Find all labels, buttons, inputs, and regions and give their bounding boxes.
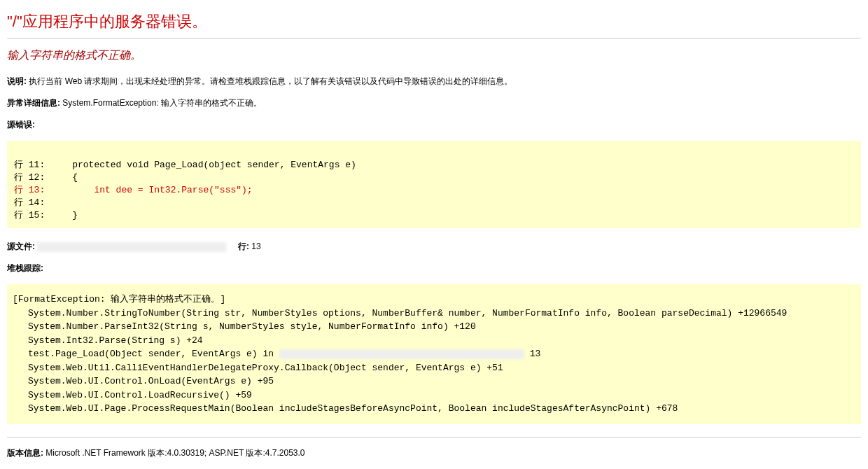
version-text: Microsoft .NET Framework 版本:4.0.30319; A… [43,448,305,458]
stack-line-4b: 13 [524,349,540,359]
redacted-stack-path [279,349,524,359]
source-error-label-line: 源错误: [7,119,861,131]
stack-line-7: System.Web.UI.Control.LoadRecursive() +5… [13,388,855,402]
source-error-label: 源错误: [7,120,35,130]
stack-line-6: System.Web.UI.Control.OnLoad(EventArgs e… [13,374,855,388]
stack-line-2: System.Number.ParseInt32(String s, Numbe… [13,320,855,334]
version-line: 版本信息: Microsoft .NET Framework 版本:4.0.30… [7,447,861,459]
exception-line: 异常详细信息: System.FormatException: 输入字符串的格式… [7,97,861,109]
description-line: 说明: 执行当前 Web 请求期间，出现未经处理的异常。请检查堆栈跟踪信息，以了… [7,76,861,88]
source-file-label: 源文件: [7,241,35,251]
divider-top [7,38,861,38]
source-file-line: 源文件: 行: 13 [7,241,861,253]
line-number: 13 [251,241,260,251]
stack-line-3: System.Int32.Parse(String s) +24 [13,334,855,348]
stack-trace-block: [FormatException: 输入字符串的格式不正确。] System.N… [7,284,861,424]
stack-line-5: System.Web.Util.CalliEventHandlerDelegat… [13,361,855,375]
description-label: 说明: [7,76,27,86]
stack-line-4: test.Page_Load(Object sender, EventArgs … [13,347,855,361]
stack-header: [FormatException: 输入字符串的格式不正确。] [13,293,855,307]
version-label: 版本信息: [7,448,43,458]
code-line-13: 行 13: int dee = Int32.Parse("sss"); [14,185,253,195]
code-line-12: 行 12: { [14,172,78,183]
stack-line-4a: test.Page_Load(Object sender, EventArgs … [28,349,279,359]
code-line-15: 行 15: } [14,210,78,220]
exception-label: 异常详细信息: [7,98,60,108]
line-label: 行: [238,241,249,251]
stack-line-1: System.Number.StringToNumber(String str,… [13,307,855,321]
description-text: 执行当前 Web 请求期间，出现未经处理的异常。请检查堆栈跟踪信息，以了解有关该… [27,76,512,86]
error-subtitle: 输入字符串的格式不正确。 [7,48,861,63]
exception-text: System.FormatException: 输入字符串的格式不正确。 [60,98,262,108]
source-code-block: 行 11: protected void Page_Load(object se… [7,141,861,228]
stack-trace-label-line: 堆栈跟踪: [7,262,861,274]
divider-bottom [7,437,861,438]
code-line-14: 行 14: [14,197,50,208]
error-title: "/"应用程序中的服务器错误。 [7,11,861,32]
stack-line-8: System.Web.UI.Page.ProcessRequestMain(Bo… [13,402,855,416]
stack-trace-label: 堆栈跟踪: [7,263,43,273]
code-line-11: 行 11: protected void Page_Load(object se… [14,160,356,170]
redacted-path [37,242,226,252]
